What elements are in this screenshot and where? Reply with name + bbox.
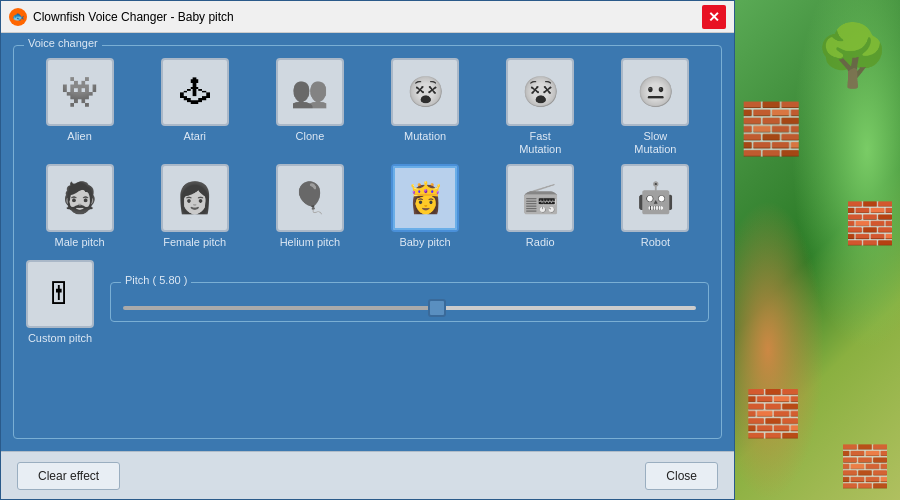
title-bar: 🐟 Clownfish Voice Changer - Baby pitch ✕ xyxy=(1,1,734,33)
radio-emoji: 📻 xyxy=(522,183,559,213)
alien-emoji: 👾 xyxy=(61,77,98,107)
voices-grid: 👾 Alien 🕹 Atari 👥 Clone xyxy=(26,58,709,250)
custom-emoji: 🎚 xyxy=(45,279,75,309)
voice-changer-label: Voice changer xyxy=(24,37,102,49)
tree-decoration: 🌳 xyxy=(815,20,890,91)
male-emoji: 🧔 xyxy=(61,183,98,213)
voice-item-baby[interactable]: 👸 Baby pitch xyxy=(371,164,478,249)
window-title: Clownfish Voice Changer - Baby pitch xyxy=(33,10,234,24)
window-close-button[interactable]: ✕ xyxy=(702,5,726,29)
helium-emoji: 🎈 xyxy=(291,183,328,213)
voice-item-alien[interactable]: 👾 Alien xyxy=(26,58,133,156)
voice-icon-atari[interactable]: 🕹 xyxy=(161,58,229,126)
close-button[interactable]: Close xyxy=(645,462,718,490)
female-emoji: 👩 xyxy=(176,183,213,213)
voice-icon-radio[interactable]: 📻 xyxy=(506,164,574,232)
voice-item-helium[interactable]: 🎈 Helium pitch xyxy=(256,164,363,249)
clone-label: Clone xyxy=(296,130,325,143)
mutation-emoji: 😵 xyxy=(407,77,444,107)
clone-emoji: 👥 xyxy=(291,77,328,107)
right-decorative-panel: 🌳 🧱 🧱 🧱 🧱 xyxy=(735,0,900,500)
baby-label: Baby pitch xyxy=(399,236,450,249)
lego-figure-3: 🧱 xyxy=(745,387,801,440)
content-area: Voice changer 👾 Alien 🕹 Atari xyxy=(1,33,734,451)
voice-item-fast-mutation[interactable]: 😵 FastMutation xyxy=(487,58,594,156)
male-label: Male pitch xyxy=(55,236,105,249)
robot-label: Robot xyxy=(641,236,670,249)
female-label: Female pitch xyxy=(163,236,226,249)
baby-emoji: 👸 xyxy=(407,183,444,213)
voice-item-robot[interactable]: 🤖 Robot xyxy=(602,164,709,249)
helium-label: Helium pitch xyxy=(280,236,341,249)
fast-mutation-label: FastMutation xyxy=(519,130,561,156)
robot-emoji: 🤖 xyxy=(637,183,674,213)
voice-item-mutation[interactable]: 😵 Mutation xyxy=(371,58,478,156)
atari-emoji: 🕹 xyxy=(180,77,210,107)
atari-label: Atari xyxy=(183,130,206,143)
voice-item-clone[interactable]: 👥 Clone xyxy=(256,58,363,156)
bottom-row: 🎚 Custom pitch Pitch ( 5.80 ) xyxy=(26,260,709,345)
custom-label: Custom pitch xyxy=(28,332,92,345)
lego-figure-1: 🧱 xyxy=(740,100,802,158)
fast-mutation-emoji: 😵 xyxy=(522,77,559,107)
custom-pitch-item[interactable]: 🎚 Custom pitch xyxy=(26,260,94,345)
voice-icon-male[interactable]: 🧔 xyxy=(46,164,114,232)
voice-changer-group: Voice changer 👾 Alien 🕹 Atari xyxy=(13,45,722,439)
title-bar-left: 🐟 Clownfish Voice Changer - Baby pitch xyxy=(9,8,234,26)
clear-effect-button[interactable]: Clear effect xyxy=(17,462,120,490)
voice-item-radio[interactable]: 📻 Radio xyxy=(487,164,594,249)
radio-label: Radio xyxy=(526,236,555,249)
voice-icon-alien[interactable]: 👾 xyxy=(46,58,114,126)
app-icon: 🐟 xyxy=(9,8,27,26)
pitch-control: Pitch ( 5.80 ) xyxy=(110,282,709,322)
main-window: 🐟 Clownfish Voice Changer - Baby pitch ✕… xyxy=(0,0,735,500)
voice-item-slow-mutation[interactable]: 😐 SlowMutation xyxy=(602,58,709,156)
voice-icon-slow-mutation[interactable]: 😐 xyxy=(621,58,689,126)
voice-icon-custom[interactable]: 🎚 xyxy=(26,260,94,328)
voice-icon-robot[interactable]: 🤖 xyxy=(621,164,689,232)
voice-icon-clone[interactable]: 👥 xyxy=(276,58,344,126)
alien-label: Alien xyxy=(67,130,91,143)
slow-mutation-label: SlowMutation xyxy=(634,130,676,156)
voice-icon-female[interactable]: 👩 xyxy=(161,164,229,232)
voice-item-male[interactable]: 🧔 Male pitch xyxy=(26,164,133,249)
footer: Clear effect Close xyxy=(1,451,734,499)
voice-icon-baby[interactable]: 👸 xyxy=(391,164,459,232)
voice-item-atari[interactable]: 🕹 Atari xyxy=(141,58,248,156)
lego-figure-2: 🧱 xyxy=(845,200,895,247)
voice-item-female[interactable]: 👩 Female pitch xyxy=(141,164,248,249)
lego-figure-4: 🧱 xyxy=(840,443,890,490)
slow-mutation-emoji: 😐 xyxy=(637,77,674,107)
pitch-slider[interactable] xyxy=(123,306,696,310)
voice-icon-fast-mutation[interactable]: 😵 xyxy=(506,58,574,126)
slider-container xyxy=(123,299,696,313)
voice-icon-mutation[interactable]: 😵 xyxy=(391,58,459,126)
voice-icon-helium[interactable]: 🎈 xyxy=(276,164,344,232)
mutation-label: Mutation xyxy=(404,130,446,143)
pitch-label: Pitch ( 5.80 ) xyxy=(121,274,191,286)
